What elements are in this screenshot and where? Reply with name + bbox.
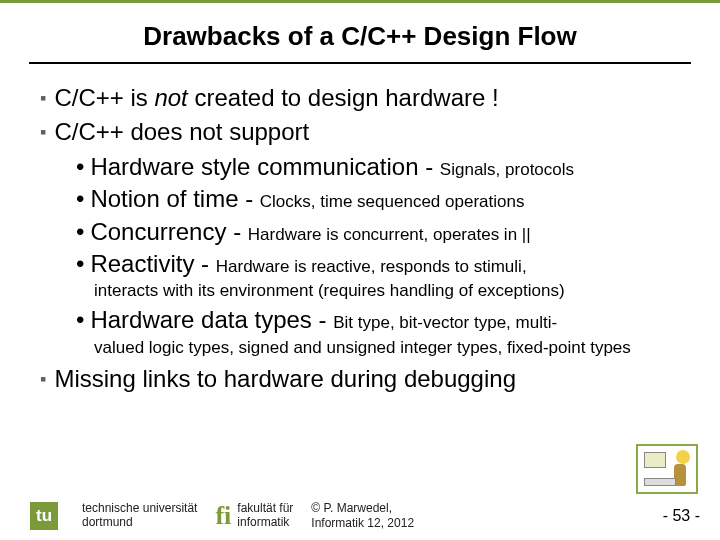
bullet-1-text-b: created to design hardware ! xyxy=(188,84,499,111)
bullet-1-text-a: C/C++ is xyxy=(54,84,154,111)
bullet-1-em: not xyxy=(154,84,187,111)
sub-bullet-1: •Hardware style communication - Signals,… xyxy=(76,151,690,183)
dot-bullet-icon: • xyxy=(76,153,84,180)
tu-line2: dortmund xyxy=(82,516,197,530)
square-bullet-icon: ▪ xyxy=(40,88,46,108)
bullet-2-text: C/C++ does not support xyxy=(54,118,309,145)
sub-bullet-4: •Reactivity - Hardware is reactive, resp… xyxy=(76,248,690,280)
bullet-1: ▪C/C++ is not created to design hardware… xyxy=(40,82,690,114)
sub-5-main: Hardware data types - xyxy=(90,306,333,333)
fi-logo-text: fakultät für informatik xyxy=(237,502,293,530)
clipart-monitor xyxy=(644,452,666,468)
sub-1-detail: Signals, protocols xyxy=(440,160,574,179)
slide-title: Drawbacks of a C/C++ Design Flow xyxy=(0,21,720,52)
sub-3-main: Concurrency - xyxy=(90,218,247,245)
slide-footer: tu technische universität dortmund fi fa… xyxy=(0,501,720,530)
dot-bullet-icon: • xyxy=(76,250,84,277)
sub-4-continuation: interacts with its environment (requires… xyxy=(94,280,690,302)
slide-content: ▪C/C++ is not created to design hardware… xyxy=(0,82,720,395)
bullet-3-text: Missing links to hardware during debuggi… xyxy=(54,365,516,392)
tu-logo: tu xyxy=(30,502,58,530)
sub-2-detail: Clocks, time sequenced operations xyxy=(260,192,525,211)
tu-logo-text: technische universität dortmund xyxy=(82,502,197,530)
tu-logo-mark: tu xyxy=(30,502,58,530)
copy-line1: © P. Marwedel, xyxy=(311,501,414,515)
sub-2-main: Notion of time - xyxy=(90,185,259,212)
title-underline xyxy=(29,62,691,64)
clipart-sun xyxy=(676,450,690,464)
fi-line2: informatik xyxy=(237,516,293,530)
dot-bullet-icon: • xyxy=(76,306,84,333)
sub-1-main: Hardware style communication - xyxy=(90,153,439,180)
clipart-computer-icon xyxy=(636,444,698,494)
page-number: - 53 - xyxy=(663,507,700,525)
copyright: © P. Marwedel, Informatik 12, 2012 xyxy=(311,501,414,530)
sub-5-detail: Bit type, bit-vector type, multi- xyxy=(333,313,557,332)
fi-logo-mark: fi xyxy=(215,503,231,529)
square-bullet-icon: ▪ xyxy=(40,369,46,389)
sub-4-main: Reactivity - xyxy=(90,250,215,277)
sub-4-detail: Hardware is reactive, responds to stimul… xyxy=(216,257,527,276)
tu-line1: technische universität xyxy=(82,502,197,516)
sub-bullet-5: •Hardware data types - Bit type, bit-vec… xyxy=(76,304,690,336)
fi-logo: fi fakultät für informatik xyxy=(215,502,293,530)
fi-line1: fakultät für xyxy=(237,502,293,516)
clipart-keyboard xyxy=(644,478,676,486)
sub-3-detail: Hardware is concurrent, operates in || xyxy=(248,225,531,244)
sub-5-continuation: valued logic types, signed and unsigned … xyxy=(94,337,690,359)
top-accent-rule xyxy=(0,0,720,3)
bullet-3: ▪Missing links to hardware during debugg… xyxy=(40,363,690,395)
square-bullet-icon: ▪ xyxy=(40,122,46,142)
copy-line2: Informatik 12, 2012 xyxy=(311,516,414,530)
dot-bullet-icon: • xyxy=(76,185,84,212)
sub-bullet-2: •Notion of time - Clocks, time sequenced… xyxy=(76,183,690,215)
bullet-2: ▪C/C++ does not support xyxy=(40,116,690,148)
sub-bullet-3: •Concurrency - Hardware is concurrent, o… xyxy=(76,216,690,248)
dot-bullet-icon: • xyxy=(76,218,84,245)
